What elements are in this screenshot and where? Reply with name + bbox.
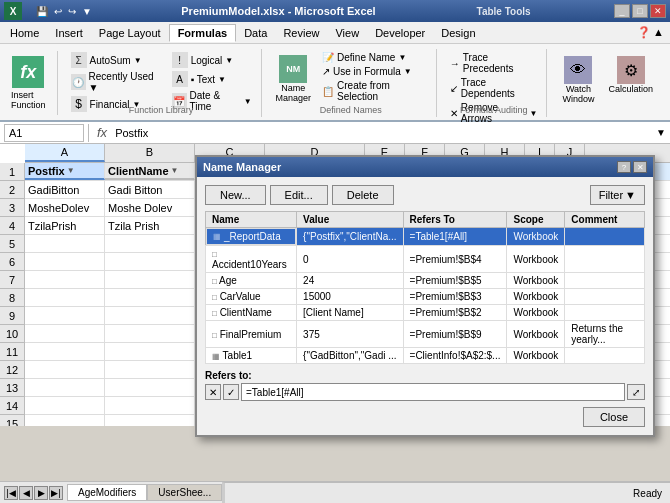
comment-cell <box>565 246 645 273</box>
table-row[interactable]: □ Age 24 =Premium!$B$5 Workbook <box>206 273 645 289</box>
value-cell: [Client Name] <box>297 305 403 321</box>
table-row[interactable]: □ ClientName [Client Name] =Premium!$B$2… <box>206 305 645 321</box>
value-cell: {"GadBitton","Gadi ... <box>297 348 403 364</box>
table-row[interactable]: □ Accident10Years 0 =Premium!$B$4 Workbo… <box>206 246 645 273</box>
delete-button[interactable]: Delete <box>332 185 394 205</box>
col-header-value: Value <box>297 212 403 228</box>
value-cell: 0 <box>297 246 403 273</box>
filter-button[interactable]: Filter ▼ <box>590 185 645 205</box>
table-row[interactable]: □ CarValue 15000 =Premium!$B$3 Workbook <box>206 289 645 305</box>
refers-to-cell: =Premium!$B$4 <box>403 246 507 273</box>
name-cell: ▦_ReportData <box>206 228 296 245</box>
refers-to-label: Refers to: <box>205 370 645 381</box>
dialog-overlay: Name Manager ? ✕ New... Edit... Delete F… <box>0 0 670 503</box>
value-cell: 375 <box>297 321 403 348</box>
name-cell: □ Accident10Years <box>206 246 297 273</box>
scope-cell: Workbook <box>507 246 565 273</box>
cell-icon: □ <box>212 250 217 259</box>
scope-cell: Workbook <box>507 305 565 321</box>
table-row[interactable]: ▦_ReportData {"Postfix","ClientNa... =Ta… <box>206 228 645 246</box>
refers-to-bar: ✕ ✓ ⤢ <box>205 383 645 401</box>
names-table: Name Value Refers To Scope Comment ▦_Rep… <box>205 211 645 364</box>
dialog-body: New... Edit... Delete Filter ▼ Name Valu… <box>197 177 653 435</box>
dialog-footer: Close <box>205 407 645 427</box>
comment-cell <box>565 228 645 246</box>
name-cell: □ CarValue <box>206 289 297 305</box>
scope-cell: Workbook <box>507 228 565 246</box>
table-row[interactable]: □ FinalPremium 375 =Premium!$B$9 Workboo… <box>206 321 645 348</box>
dialog-help-button[interactable]: ? <box>617 161 631 173</box>
col-header-refers-to: Refers To <box>403 212 507 228</box>
filter-dropdown-icon: ▼ <box>625 189 636 201</box>
col-header-comment: Comment <box>565 212 645 228</box>
dialog-controls: ? ✕ <box>617 161 647 173</box>
col-header-name: Name <box>206 212 297 228</box>
comment-cell <box>565 305 645 321</box>
scope-cell: Workbook <box>507 273 565 289</box>
scope-cell: Workbook <box>507 289 565 305</box>
refers-to-cell: =Table1[#All] <box>403 228 507 246</box>
close-button[interactable]: Close <box>583 407 645 427</box>
table-row[interactable]: ▦ Table1 {"GadBitton","Gadi ... =ClientI… <box>206 348 645 364</box>
refers-to-icons: ✕ ✓ <box>205 384 239 400</box>
confirm-refers-btn[interactable]: ✓ <box>223 384 239 400</box>
scope-cell: Workbook <box>507 321 565 348</box>
refers-to-cell: =Premium!$B$9 <box>403 321 507 348</box>
dialog-toolbar: New... Edit... Delete Filter ▼ <box>205 185 645 205</box>
name-cell: □ ClientName <box>206 305 297 321</box>
dialog-title-bar: Name Manager ? ✕ <box>197 157 653 177</box>
value-cell: 15000 <box>297 289 403 305</box>
collapse-refers-btn[interactable]: ⤢ <box>627 384 645 400</box>
refers-to-cell: =Premium!$B$3 <box>403 289 507 305</box>
cancel-refers-btn[interactable]: ✕ <box>205 384 221 400</box>
value-cell: 24 <box>297 273 403 289</box>
refers-to-cell: =ClientInfo!$A$2:$... <box>403 348 507 364</box>
name-cell: ▦ Table1 <box>206 348 297 364</box>
table-icon: ▦ <box>213 232 221 241</box>
scope-cell: Workbook <box>507 348 565 364</box>
comment-cell <box>565 348 645 364</box>
refers-to-cell: =Premium!$B$5 <box>403 273 507 289</box>
name-cell: □ Age <box>206 273 297 289</box>
comment-cell: Returns the yearly... <box>565 321 645 348</box>
comment-cell <box>565 273 645 289</box>
refers-to-input[interactable] <box>241 383 625 401</box>
edit-button[interactable]: Edit... <box>270 185 328 205</box>
refers-to-cell: =Premium!$B$2 <box>403 305 507 321</box>
dialog-close-button[interactable]: ✕ <box>633 161 647 173</box>
name-manager-dialog: Name Manager ? ✕ New... Edit... Delete F… <box>195 155 655 437</box>
comment-cell <box>565 289 645 305</box>
col-header-scope: Scope <box>507 212 565 228</box>
name-cell: □ FinalPremium <box>206 321 297 348</box>
dialog-title-text: Name Manager <box>203 161 281 173</box>
new-button[interactable]: New... <box>205 185 266 205</box>
value-cell: {"Postfix","ClientNa... <box>297 228 403 246</box>
